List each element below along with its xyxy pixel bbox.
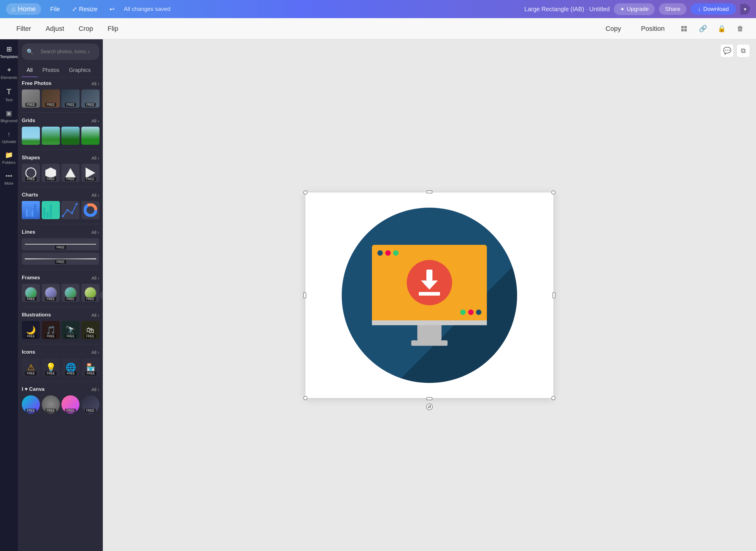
tab-bar: All Photos Graphics bbox=[18, 64, 103, 77]
chart-bar2-item[interactable] bbox=[42, 201, 60, 219]
filter-button[interactable]: Filter bbox=[9, 22, 38, 36]
handle-middle-right[interactable] bbox=[552, 292, 555, 298]
resize-button[interactable]: ⤢ Resize bbox=[69, 4, 100, 14]
toolbar: Filter Adjust Crop Flip Copy Position 🔗 … bbox=[0, 18, 756, 39]
handle-bottom-right[interactable] bbox=[551, 396, 555, 400]
delete-button[interactable]: 🗑 bbox=[734, 22, 747, 35]
frames-all[interactable]: All › bbox=[91, 276, 99, 281]
share-button[interactable]: Share bbox=[659, 3, 687, 15]
home-icon: ⌂ bbox=[11, 5, 15, 13]
frames-section: Frames All › FREE FREE FREE FRE bbox=[18, 272, 103, 305]
lines-section: Lines All › FREE FREE bbox=[18, 226, 103, 268]
file-button[interactable]: File bbox=[47, 4, 63, 14]
position-button[interactable]: Position bbox=[634, 22, 672, 36]
shape-triangle-item[interactable]: FREE bbox=[61, 164, 79, 182]
grid-view-button[interactable] bbox=[677, 22, 691, 35]
photo-item[interactable]: FREE bbox=[61, 89, 79, 108]
icon-item-1[interactable]: ⚠ FREE bbox=[22, 358, 40, 376]
frames-title: Frames bbox=[22, 275, 40, 281]
sidebar-item-folders[interactable]: 📁 Folders bbox=[1, 148, 18, 168]
tab-all[interactable]: All bbox=[22, 64, 37, 77]
handle-bottom-center[interactable] bbox=[426, 397, 432, 400]
undo-button[interactable]: ↩ bbox=[106, 4, 118, 14]
lock-button[interactable]: 🔒 bbox=[715, 22, 728, 35]
share-label: Share bbox=[665, 6, 680, 12]
illustrations-grid: 🌙 FREE 🎵 FREE 🔭 FREE 🛍 FREE bbox=[22, 321, 99, 339]
uploads-icon: ↑ bbox=[7, 130, 11, 138]
chart-bar-item[interactable] bbox=[22, 201, 40, 219]
duplicate-icon: ⧉ bbox=[741, 47, 746, 55]
grid-item[interactable] bbox=[22, 127, 40, 145]
upgrade-button[interactable]: ✦ Upgrade bbox=[614, 3, 655, 15]
shape-circle-item[interactable]: FREE bbox=[22, 164, 40, 182]
free-photos-title: Free Photos bbox=[22, 80, 51, 86]
handle-rotate[interactable]: ↺ bbox=[426, 404, 433, 410]
sidebar-item-text[interactable]: T Text bbox=[1, 84, 18, 105]
shape-hex-item[interactable]: FREE bbox=[42, 164, 60, 182]
adjust-button[interactable]: Adjust bbox=[38, 22, 71, 36]
duplicate-button[interactable]: ⧉ bbox=[737, 44, 750, 57]
sidebar-item-elements[interactable]: ✦ Elements bbox=[1, 63, 18, 83]
icon-item-3[interactable]: 🌐 FREE bbox=[62, 358, 80, 376]
handle-top-right[interactable] bbox=[551, 190, 555, 195]
frame-circle-item[interactable]: FREE bbox=[22, 284, 40, 302]
icon-item-2[interactable]: 💡 FREE bbox=[42, 358, 60, 376]
grid-item[interactable] bbox=[61, 127, 79, 145]
icon-item-4[interactable]: 🏪 FREE bbox=[82, 358, 100, 376]
frame-circle-item-4[interactable]: FREE bbox=[81, 284, 99, 302]
copy-button[interactable]: Copy bbox=[598, 22, 628, 36]
charts-all[interactable]: All › bbox=[91, 192, 99, 198]
sidebar-item-background[interactable]: ▣ Bkground bbox=[1, 106, 18, 126]
grid-item[interactable] bbox=[81, 127, 99, 145]
line-item-2[interactable]: FREE bbox=[22, 253, 99, 265]
canvas-corner-buttons: 💬 ⧉ bbox=[720, 44, 750, 57]
frame-circle-item-2[interactable]: FREE bbox=[42, 284, 60, 302]
comment-button[interactable]: 💬 bbox=[720, 44, 734, 57]
sidebar-item-uploads[interactable]: ↑ Uploads bbox=[1, 127, 18, 147]
sidebar-item-templates[interactable]: ⊞ Templates bbox=[1, 42, 18, 62]
shape-play-item[interactable]: FREE bbox=[81, 164, 99, 182]
flip-button[interactable]: Flip bbox=[100, 22, 125, 36]
canva-item-4[interactable]: FREE bbox=[81, 395, 99, 414]
grid-item[interactable] bbox=[42, 127, 60, 145]
line-item[interactable]: FREE bbox=[22, 238, 99, 250]
canva-item-3[interactable]: FREE bbox=[61, 395, 79, 414]
crop-button[interactable]: Crop bbox=[71, 22, 100, 36]
illus-item-2[interactable]: 🎵 FREE bbox=[42, 321, 60, 339]
link-button[interactable]: 🔗 bbox=[696, 22, 709, 35]
shapes-all[interactable]: All › bbox=[91, 155, 99, 160]
photo-item[interactable]: FREE bbox=[42, 89, 60, 108]
handle-middle-left[interactable] bbox=[303, 292, 306, 298]
home-label: Home bbox=[18, 5, 36, 13]
photo-item[interactable]: FREE bbox=[81, 89, 99, 108]
free-photos-all[interactable]: All › bbox=[91, 81, 99, 86]
photo-item[interactable]: FREE bbox=[22, 89, 40, 108]
download-button[interactable]: ↓ Download bbox=[691, 3, 736, 15]
icons-all[interactable]: All › bbox=[91, 350, 99, 355]
canva-item-2[interactable]: FREE bbox=[42, 395, 60, 414]
search-input[interactable] bbox=[36, 46, 94, 57]
frame-circle-item-3[interactable]: FREE bbox=[61, 284, 79, 302]
templates-label: Templates bbox=[0, 54, 18, 59]
illustrations-all[interactable]: All › bbox=[91, 313, 99, 318]
chart-line-item[interactable] bbox=[61, 201, 79, 219]
chart-pie-item[interactable] bbox=[81, 201, 99, 219]
lines-all[interactable]: All › bbox=[91, 230, 99, 235]
tab-graphics[interactable]: Graphics bbox=[64, 64, 95, 77]
canva-item-1[interactable]: FREE bbox=[22, 395, 40, 414]
grids-all[interactable]: All › bbox=[91, 118, 99, 123]
tab-photos[interactable]: Photos bbox=[37, 64, 64, 77]
illus-item-1[interactable]: 🌙 FREE bbox=[22, 321, 40, 339]
grids-title: Grids bbox=[22, 118, 35, 124]
dot-dark bbox=[476, 310, 481, 315]
handle-top-center[interactable] bbox=[426, 190, 432, 193]
i-love-canva-all[interactable]: All › bbox=[91, 387, 99, 392]
download-chevron-button[interactable]: ▾ bbox=[740, 4, 750, 14]
illus-item-4[interactable]: 🛍 FREE bbox=[81, 321, 99, 339]
handle-top-left[interactable] bbox=[303, 190, 308, 195]
download-icon: ↓ bbox=[698, 6, 701, 12]
illus-item-3[interactable]: 🔭 FREE bbox=[61, 321, 79, 339]
home-button[interactable]: ⌂ Home bbox=[6, 3, 41, 15]
sidebar-item-more[interactable]: ••• More bbox=[1, 169, 18, 188]
handle-bottom-left[interactable] bbox=[303, 396, 308, 400]
